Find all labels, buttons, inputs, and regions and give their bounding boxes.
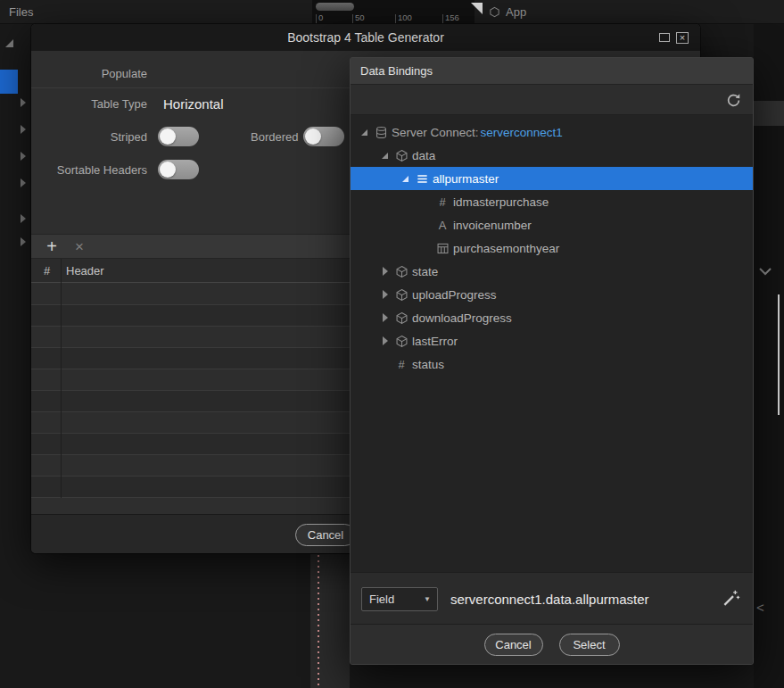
cube-icon [392,265,410,278]
toggle-knob [160,162,176,178]
expander-expanded-icon[interactable] [358,125,372,139]
tree-node-label: status [412,358,444,371]
hexagon-icon [489,6,500,18]
grid-column-divider [61,259,62,498]
expander-expanded-icon[interactable] [378,148,392,162]
data-bindings-title: Data Bindings [360,64,433,78]
tree-node-lastError[interactable]: lastError [351,329,753,352]
tree-node-label: uploadProgress [412,288,497,302]
ruler-label: 156 [445,12,459,22]
tree-node-state[interactable]: state [351,260,753,283]
window-controls: × [659,24,689,51]
index-column-header: # [44,264,56,278]
tree-node-data[interactable]: data [351,144,753,167]
tree-node-label: invoicenumber [453,219,532,232]
expander-spacer [419,241,433,255]
panel-collapse-arrow[interactable]: < [756,600,764,615]
data-bindings-footer: Cancel Select [351,624,753,664]
cancel-button[interactable]: Cancel [484,634,543,656]
table-type-label: Table Type [31,97,147,111]
bordered-label: Bordered [251,130,298,144]
canvas-edge [310,553,350,688]
tree-expand-closed-icon[interactable] [21,152,26,161]
refresh-icon[interactable] [725,92,742,109]
expression-type-value: Field [369,593,424,606]
expander-spacer [378,357,392,371]
close-icon[interactable]: × [676,32,689,44]
expression-type-select[interactable]: Field ▼ [361,587,438,611]
expander-collapsed-icon[interactable] [378,264,392,278]
tree-expand-closed-icon[interactable] [21,214,26,223]
expander-collapsed-icon[interactable] [378,287,392,302]
tree-node-label: idmasterpurchase [453,195,549,209]
tree-node-downloadProgress[interactable]: downloadProgress [351,306,753,329]
ruler-label: 50 [355,12,365,22]
data-bindings-header[interactable]: Data Bindings [351,58,753,85]
tree-expand-closed-icon[interactable] [21,125,26,134]
add-column-button[interactable]: + [43,237,61,255]
table-type-select[interactable]: Horizontal [163,96,224,112]
cube-icon [392,311,410,325]
toggle-knob [305,128,321,145]
hash-icon: # [433,195,451,209]
tree-node-label: allpurmaster [433,172,499,186]
app-tab[interactable]: App [489,0,526,24]
tree-node-uploadProgress[interactable]: uploadProgress [351,283,753,306]
horizontal-ruler: 0 50 100 156 [312,0,475,24]
ide-root: Files 0 50 100 156 App [0,0,784,688]
expander-collapsed-icon[interactable] [378,311,392,325]
selected-file-highlight[interactable] [0,70,18,94]
striped-toggle[interactable] [158,127,199,146]
tree-expand-open-icon[interactable] [5,39,13,47]
tree-node-label: data [412,149,435,162]
sortable-headers-toggle[interactable] [158,160,199,179]
header-column-header: Header [66,264,104,278]
ruler-tick [316,14,317,24]
restore-icon[interactable] [659,33,670,42]
cube-icon [392,149,410,162]
bordered-toggle[interactable] [303,127,344,146]
ruler-marker-icon [471,3,483,14]
tree-node-prefix: Server Connect: [392,126,479,139]
letter-icon: A [433,219,451,232]
tree-node-purchasemonthyear[interactable]: purchasemonthyear [351,236,753,260]
tree-node-allpurmaster[interactable]: allpurmaster [351,167,753,190]
data-bindings-toolbar [351,85,753,115]
list-icon [413,172,431,186]
ruler-tick [442,14,443,24]
tree-node-label: serverconnect1 [481,126,563,139]
remove-column-button[interactable]: × [71,239,87,254]
populate-label: Populate [31,67,147,80]
database-icon [372,126,390,139]
tree-expand-closed-icon[interactable] [21,178,26,187]
tree-node-idmasterpurchase[interactable]: #idmasterpurchase [351,190,753,213]
dialog-title: Bootstrap 4 Table Generator [287,30,444,45]
tree-node-label: state [412,265,438,278]
expander-collapsed-icon[interactable] [378,334,392,348]
files-panel-title: Files [9,5,33,19]
right-rail-block [754,101,784,126]
tree-node-serverconnect1[interactable]: Server Connect: serverconnect1 [351,120,753,144]
select-button[interactable]: Select [559,634,620,656]
ruler-tick [352,14,353,24]
dialog-titlebar[interactable]: Bootstrap 4 Table Generator × [31,24,700,51]
cancel-button[interactable]: Cancel [295,524,356,546]
sortable-headers-label: Sortable Headers [31,163,147,177]
scrollbar-line[interactable] [778,294,780,415]
magic-wand-icon[interactable] [722,589,740,608]
scrollbar-thumb[interactable] [316,3,354,11]
tree-expand-closed-icon[interactable] [21,237,26,246]
hash-icon: # [392,358,410,371]
toggle-knob [160,128,176,145]
chevron-down-icon[interactable] [758,263,772,279]
tree-expand-closed-icon[interactable] [21,98,26,107]
ruler-label: 0 [318,12,323,22]
expander-expanded-icon[interactable] [399,171,413,186]
cube-icon [392,335,410,348]
data-bindings-dialog: Data Bindings Server Connect: serverconn… [350,57,754,665]
tree-node-status[interactable]: #status [351,352,753,376]
binding-expression-field[interactable]: serverconnect1.data.allpurmaster [450,587,649,611]
tree-node-invoicenumber[interactable]: Ainvoicenumber [351,213,753,236]
top-panel: Files 0 50 100 156 App [0,0,784,24]
chevron-down-icon: ▼ [424,595,431,603]
